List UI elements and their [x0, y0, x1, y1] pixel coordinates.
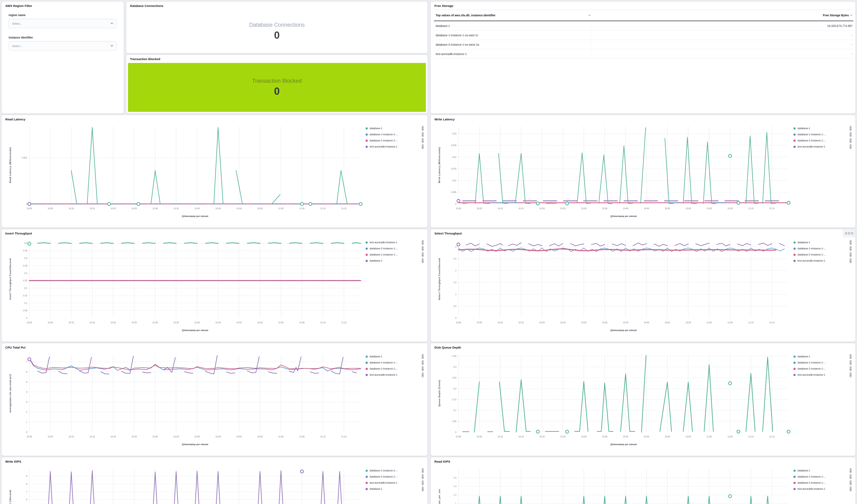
legend-item[interactable]: database-2-instance-1-... — [793, 480, 852, 486]
legend-item[interactable]: test-auroradb-instance-1 — [366, 239, 424, 246]
legend-kebab-icon[interactable] — [849, 468, 852, 473]
legend-kebab-icon[interactable] — [421, 373, 424, 377]
legend-kebab-icon[interactable] — [421, 367, 424, 371]
table-row[interactable]: test-auroradb-instance-1 - — [434, 49, 853, 59]
legend-item[interactable]: database-1-instance-1-... — [793, 246, 852, 252]
svg-text:11:00: 11:00 — [278, 435, 284, 438]
legend-kebab-icon[interactable] — [849, 487, 852, 491]
legend-kebab-icon[interactable] — [849, 145, 852, 149]
legend-kebab-icon[interactable] — [421, 360, 424, 365]
legend-item[interactable]: database-2-instance-1-... — [366, 137, 424, 144]
legend-item[interactable]: database-1-instance-1-... — [793, 359, 852, 366]
legend-item[interactable]: database-1 — [366, 486, 424, 492]
legend-kebab-icon[interactable] — [849, 126, 852, 131]
legend-kebab-icon[interactable] — [421, 240, 424, 245]
legend-item[interactable]: test-auroradb-instance-1 — [793, 372, 852, 378]
legend-kebab-icon[interactable] — [849, 240, 852, 245]
chart-select-throughput[interactable]: 10:0010:0510:1010:1510:2010:2510:3010:35… — [434, 238, 852, 339]
legend-item[interactable]: database-1-instance-1-... — [366, 468, 424, 474]
legend-item[interactable]: database-2-instance-1-... — [366, 366, 424, 372]
legend-item[interactable]: database-1 — [793, 468, 852, 474]
chart-read-iops[interactable]: 10:0010:0510:1010:1510:2010:2510:3010:35… — [434, 466, 852, 504]
legend-item[interactable]: test-auroradb-instance-1 — [366, 372, 424, 378]
chart-write-latency[interactable]: 10:0010:0510:1010:1510:2010:2510:3010:35… — [434, 124, 852, 225]
series-color-dot — [793, 133, 796, 136]
legend-item[interactable]: database-1-instance-1-... — [366, 359, 424, 366]
legend-item[interactable]: database-2-instance-1-... — [366, 246, 424, 252]
instance-identifier-input[interactable] — [12, 41, 93, 51]
svg-text:@timestamp per minute: @timestamp per minute — [610, 215, 637, 217]
legend-kebab-icon[interactable] — [421, 138, 424, 143]
svg-text:0.015: 0.015 — [451, 167, 456, 170]
legend-kebab-icon[interactable] — [421, 252, 424, 257]
legend-item[interactable]: database-2-instance-1-... — [793, 252, 852, 258]
legend-item[interactable]: database-1 — [366, 258, 424, 264]
legend-kebab-icon[interactable] — [421, 354, 424, 359]
region-name-label: region name — [9, 14, 117, 17]
metric-label: Database Connections — [249, 22, 305, 28]
legend-kebab-icon[interactable] — [421, 487, 424, 491]
legend-kebab-icon[interactable] — [421, 246, 424, 251]
legend-item[interactable]: test-auroradb-instance-1 — [366, 144, 424, 150]
legend-kebab-icon[interactable] — [421, 474, 424, 479]
region-name-input[interactable] — [12, 19, 93, 28]
chart-cpu-total-pct[interactable]: 10:0010:0510:1010:1510:2010:2510:3010:35… — [5, 352, 424, 453]
legend-kebab-icon[interactable] — [849, 354, 852, 359]
legend-kebab-icon[interactable] — [421, 468, 424, 473]
legend-kebab-icon[interactable] — [421, 145, 424, 149]
legend-item[interactable]: database-1 — [793, 125, 852, 131]
legend-kebab-icon[interactable] — [421, 132, 424, 137]
chart-legend: database-1database-1-instance-1-...datab… — [793, 468, 852, 492]
series-color-dot — [366, 368, 368, 370]
legend-item[interactable]: database-2-instance-1-... — [366, 474, 424, 480]
chart-write-iops[interactable]: 10:0010:0510:1010:1510:2010:2510:3010:35… — [5, 466, 424, 504]
legend-label: test-auroradb-instance-1 — [370, 373, 420, 376]
legend-item[interactable]: database-1-instance-1-... — [793, 474, 852, 480]
legend-kebab-icon[interactable] — [421, 126, 424, 131]
legend-item[interactable]: test-auroradb-instance-1 — [366, 480, 424, 486]
legend-item[interactable]: database-2-instance-1-... — [793, 137, 852, 144]
legend-item[interactable]: test-auroradb-instance-1 — [793, 258, 852, 264]
legend-item[interactable]: database-1 — [366, 125, 424, 131]
chart-insert-throughput[interactable]: 10:0010:0510:1010:1510:2010:2510:3010:35… — [5, 238, 424, 339]
legend-kebab-icon[interactable] — [849, 360, 852, 365]
svg-text:10:30: 10:30 — [581, 207, 586, 209]
table-row[interactable]: database-2-instance-1-eu-west-1a - — [434, 40, 853, 49]
column-header-free-storage-bytes[interactable]: Free Storage Bytes — [591, 14, 853, 17]
legend-kebab-icon[interactable] — [849, 258, 852, 263]
legend-kebab-icon[interactable] — [849, 252, 852, 257]
svg-text:6: 6 — [26, 498, 27, 501]
legend-kebab-icon[interactable] — [849, 481, 852, 485]
legend-kebab-icon[interactable] — [849, 474, 852, 479]
chart-read-latency[interactable]: 10:0010:0510:1010:1510:2010:2510:3010:35… — [5, 124, 424, 225]
svg-text:3: 3 — [26, 401, 27, 403]
legend-item[interactable]: database-1 — [793, 353, 852, 359]
legend-kebab-icon[interactable] — [849, 367, 852, 371]
svg-text:11:15: 11:15 — [341, 435, 347, 438]
legend-item[interactable]: database-1-instance-1-... — [366, 252, 424, 258]
column-header-instance-identifier[interactable]: Top values of aws.rds.db_instance.identi… — [434, 14, 591, 17]
legend-item[interactable]: database-1-instance-1-... — [793, 131, 852, 137]
legend-kebab-icon[interactable] — [421, 258, 424, 263]
legend-item[interactable]: database-1 — [793, 239, 852, 246]
panel-insert-throughput: Insert Throughput 10:0010:0510:1010:1510… — [2, 229, 427, 342]
legend-kebab-icon[interactable] — [849, 132, 852, 137]
legend-item[interactable]: database-2-instance-1-... — [793, 366, 852, 372]
table-row[interactable]: database-1-instance-1-us-east-1c - — [434, 31, 853, 40]
legend-kebab-icon[interactable] — [849, 138, 852, 143]
region-name-select[interactable] — [9, 19, 117, 28]
legend-item[interactable]: test-auroradb-instance-1 — [793, 144, 852, 150]
legend-kebab-icon[interactable] — [849, 246, 852, 251]
instance-identifier-select[interactable] — [9, 41, 117, 51]
table-row[interactable]: database-1 18,326,873,774.987 — [434, 21, 853, 31]
legend-item[interactable]: test-auroradb-instance-1 — [793, 486, 852, 492]
metric-label: Transaction Blocked — [252, 78, 302, 84]
legend-kebab-icon[interactable] — [849, 373, 852, 377]
panel-actions-icon[interactable] — [843, 229, 855, 237]
series-end-marker — [566, 430, 569, 433]
legend-item[interactable]: database-1-instance-1-... — [366, 131, 424, 137]
legend-kebab-icon[interactable] — [421, 481, 424, 485]
legend-item[interactable]: database-1 — [366, 353, 424, 359]
chart-disk-queue-depth[interactable]: 10:0010:0510:1010:1510:2010:2510:3010:35… — [434, 352, 852, 453]
legend-label: database-1-instance-1-... — [797, 475, 847, 478]
